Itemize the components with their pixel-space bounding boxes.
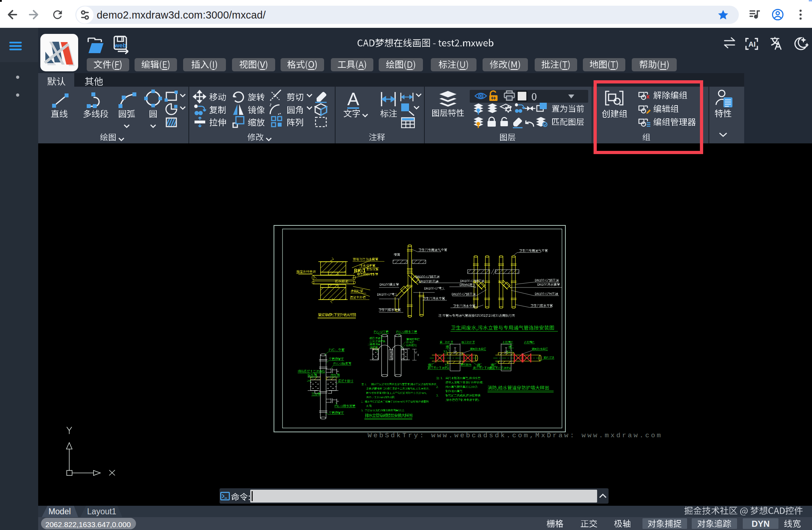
svg-text:WebSdkTry: www.webcadsdk.com,M: WebSdkTry: www.webcadsdk.com,MxDraw: www…	[368, 432, 662, 439]
svg-text:Model: Model	[49, 507, 71, 516]
svg-text:A: A	[347, 89, 359, 109]
svg-text:AI: AI	[748, 40, 756, 48]
svg-text:DYN: DYN	[752, 519, 770, 529]
svg-text:Layout1: Layout1	[87, 507, 116, 516]
